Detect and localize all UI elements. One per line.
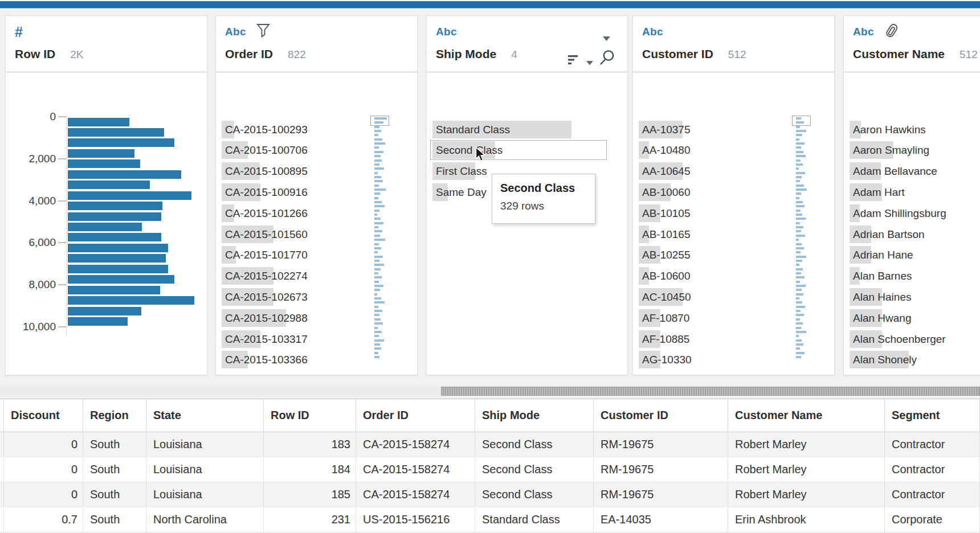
value-row[interactable]: CA-2015-103317 — [222, 330, 370, 348]
cell[interactable]: Robert Marley — [728, 482, 885, 507]
value-row[interactable]: Aaron Hawkins — [850, 121, 980, 138]
histogram-bar[interactable] — [68, 118, 129, 126]
field-name-order-id[interactable]: Order ID — [225, 47, 273, 61]
value-row[interactable]: CA-2015-100706 — [222, 141, 370, 159]
cell[interactable]: Louisiana — [146, 482, 264, 507]
value-row[interactable]: AB-10255 — [639, 246, 787, 264]
value-row[interactable]: AF-10885 — [639, 330, 787, 348]
cell[interactable]: Standard Class — [475, 507, 594, 532]
value-row[interactable]: CA-2015-101770 — [222, 246, 370, 264]
cell[interactable]: South — [83, 432, 146, 457]
value-row[interactable]: Alan Hwang — [850, 309, 980, 327]
cell[interactable]: 185 — [264, 482, 356, 507]
paperclip-icon[interactable] — [884, 22, 899, 42]
histogram-bar[interactable] — [68, 138, 174, 147]
cell[interactable]: 0 — [4, 482, 83, 507]
cell[interactable]: CA-2015-158274 — [356, 432, 475, 457]
number-type-icon[interactable]: # — [15, 25, 23, 39]
table-row[interactable]: 0SouthLouisiana185CA-2015-158274Second C… — [0, 482, 980, 507]
value-row[interactable]: AF-10870 — [639, 309, 787, 327]
value-row[interactable]: AB-10600 — [639, 267, 787, 285]
histogram-bar[interactable] — [68, 265, 168, 273]
cell[interactable]: 0.7 — [4, 507, 83, 532]
histogram-bar[interactable] — [68, 202, 162, 210]
profile-card-customer-name[interactable]: Abc Customer Name 512 Aaron HawkinsAaron… — [843, 15, 980, 375]
value-row[interactable]: AA-10480 — [639, 141, 787, 159]
value-row[interactable]: CA-2015-102274 — [222, 267, 370, 285]
column-header-discount[interactable]: Discount — [4, 399, 83, 432]
string-type-icon[interactable]: Abc — [225, 26, 246, 38]
cell[interactable]: Contractor — [885, 432, 980, 457]
search-icon[interactable] — [599, 50, 615, 68]
table-row[interactable]: 0SouthLouisiana184CA-2015-158274Second C… — [0, 457, 980, 482]
field-name-customer-name[interactable]: Customer Name — [853, 47, 945, 61]
histogram-bar[interactable] — [68, 212, 161, 221]
cell[interactable]: Corporate — [885, 507, 980, 532]
value-row[interactable]: Adam Shillingsburg — [850, 204, 980, 222]
cell[interactable]: US-2015-156216 — [356, 507, 475, 532]
value-row[interactable]: CA-2015-100293 — [222, 121, 370, 138]
cell[interactable]: Second Class — [475, 482, 594, 507]
value-row[interactable]: AG-10330 — [639, 351, 787, 368]
cell[interactable]: RM-19675 — [594, 432, 728, 457]
cell[interactable]: 231 — [264, 507, 356, 532]
value-row[interactable]: CA-2015-102988 — [222, 309, 370, 327]
cell[interactable]: Robert Marley — [728, 457, 885, 482]
value-row[interactable]: Adrian Bartson — [850, 226, 980, 243]
cell[interactable]: 0 — [4, 457, 83, 482]
histogram-bar[interactable] — [68, 254, 166, 263]
value-row[interactable]: CA-2015-100916 — [222, 183, 370, 201]
value-row[interactable]: AC-10450 — [639, 288, 787, 306]
histogram-bar[interactable] — [68, 275, 174, 284]
field-name-row-id[interactable]: Row ID — [15, 47, 55, 61]
cell[interactable]: Second Class — [475, 432, 594, 457]
profile-card-customer-id[interactable]: Abc Customer ID 512 AA-10375AA-10480AA-1… — [632, 15, 835, 375]
cell[interactable]: Louisiana — [146, 457, 264, 482]
value-row[interactable]: Adam Bellavance — [850, 162, 980, 180]
cell[interactable]: Contractor — [885, 457, 980, 482]
value-row[interactable]: Second Class — [432, 141, 606, 159]
histogram-bar[interactable] — [68, 307, 141, 315]
histogram-bar[interactable] — [68, 317, 128, 326]
column-header-customer-name[interactable]: Customer Name — [728, 399, 885, 432]
sort-icon[interactable] — [568, 55, 578, 67]
column-header-region[interactable]: Region — [83, 399, 146, 432]
value-row[interactable]: AA-10645 — [639, 162, 787, 180]
value-row[interactable]: CA-2015-102673 — [222, 288, 370, 306]
histogram-bar[interactable] — [68, 181, 150, 189]
column-header-state[interactable]: State — [146, 399, 264, 432]
value-row[interactable]: Adam Hart — [850, 183, 980, 201]
cell[interactable]: Contractor — [885, 482, 980, 507]
histogram-bar[interactable] — [68, 223, 142, 231]
cell[interactable]: EA-14035 — [594, 507, 728, 532]
string-type-icon[interactable]: Abc — [853, 26, 874, 38]
value-row[interactable]: Alan Barnes — [850, 267, 980, 285]
value-row[interactable]: Alan Haines — [850, 288, 980, 306]
column-header-customer-id[interactable]: Customer ID — [594, 399, 728, 432]
card-menu-caret-icon[interactable] — [603, 33, 610, 43]
cell[interactable]: RM-19675 — [594, 482, 728, 507]
field-name-ship-mode[interactable]: Ship Mode — [436, 47, 496, 61]
value-row[interactable]: AA-10375 — [639, 121, 787, 138]
cell[interactable]: CA-2015-158274 — [356, 482, 475, 507]
cell[interactable]: South — [83, 507, 146, 532]
field-name-customer-id[interactable]: Customer ID — [642, 47, 713, 61]
histogram-bar[interactable] — [68, 159, 140, 168]
filter-icon[interactable] — [256, 23, 270, 40]
histogram-bar[interactable] — [68, 191, 191, 200]
cell[interactable]: North Carolina — [146, 507, 264, 532]
cell[interactable]: 183 — [264, 432, 356, 457]
string-type-icon[interactable]: Abc — [642, 26, 663, 38]
minimap-selection-box[interactable] — [792, 116, 811, 126]
cell[interactable]: 184 — [264, 457, 356, 482]
sort-caret-icon[interactable] — [586, 58, 593, 68]
cell[interactable]: Erin Ashbrook — [728, 507, 885, 532]
cell[interactable]: Louisiana — [146, 432, 264, 457]
table-row[interactable]: 0SouthLouisiana183CA-2015-158274Second C… — [0, 432, 980, 457]
histogram-bar[interactable] — [68, 286, 160, 294]
value-row[interactable]: CA-2015-100895 — [222, 162, 370, 180]
histogram-bar[interactable] — [68, 149, 134, 158]
horizontal-scrollbar-thumb[interactable] — [441, 387, 980, 396]
value-row[interactable]: CA-2015-101560 — [222, 226, 370, 243]
value-row[interactable]: AB-10165 — [639, 226, 787, 243]
